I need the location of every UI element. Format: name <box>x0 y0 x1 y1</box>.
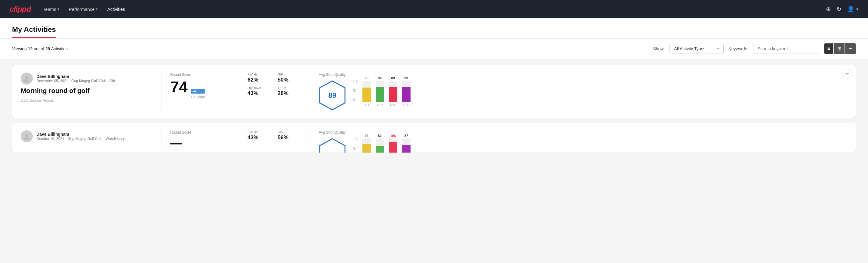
stat-gir: GIR 56% <box>278 130 302 141</box>
svg-point-1 <box>24 80 29 82</box>
user-row: Dave Billingham October 16, 2021 - Gog M… <box>21 130 153 142</box>
navbar: clippd Teams ▾ Performance ▾ Activities … <box>0 0 868 18</box>
avatar <box>21 72 33 85</box>
viewing-text: Viewing 12 out of 29 Activities <box>12 46 68 51</box>
y-axis-labels: 100 50 0 <box>353 80 358 107</box>
bar-group-ott: 94 OTT <box>360 134 373 153</box>
score-section: Round Score — <box>170 130 230 149</box>
card-left: Dave Billingham December 05, 2021 - Gog … <box>21 72 153 103</box>
bar-top-line-app <box>376 81 384 81</box>
hex-score-value: 89 <box>329 91 337 99</box>
bar-fill-ott <box>363 88 371 102</box>
hexagon: 89 <box>319 80 346 111</box>
user-name: Dave Billingham <box>36 132 125 137</box>
stat-fw-hit: FW Hit 62% <box>248 72 272 83</box>
page-title: My Activities <box>12 25 56 38</box>
filter-bar: Viewing 12 out of 29 Activities Show: Al… <box>0 38 868 59</box>
card-divider <box>310 130 310 145</box>
round-score-row: — <box>170 137 230 149</box>
nav-icons: ⊕ ↻ 👤 ▾ <box>826 5 858 12</box>
user-menu-button[interactable]: 👤 ▾ <box>847 5 858 12</box>
bar-fill-putt <box>402 87 410 102</box>
logo[interactable]: clippd <box>10 4 31 14</box>
show-label: Show: <box>653 46 665 51</box>
grid-view-button[interactable]: ⊞ <box>834 43 844 54</box>
stats-section: FW Hit 43% GIR 56% <box>248 130 302 141</box>
list-condensed-view-button[interactable]: ≡ <box>824 43 833 54</box>
stat-1putt: 1 Putt 28% <box>278 86 302 96</box>
big-score: — <box>170 137 182 149</box>
svg-point-0 <box>25 76 28 79</box>
bar-group-app: 90 APP <box>373 76 386 107</box>
user-date: October 16, 2021 - Gog Magog Golf Club -… <box>36 137 125 141</box>
page-header: My Activities <box>0 18 868 38</box>
nav-teams[interactable]: Teams ▾ <box>43 5 59 13</box>
round-score-label: Round Score <box>170 72 230 77</box>
nav-performance[interactable]: Performance ▾ <box>69 5 98 13</box>
score-detail: +4 18 Holes <box>191 89 205 99</box>
svg-point-4 <box>24 137 29 140</box>
refresh-icon[interactable]: ↻ <box>836 5 841 12</box>
bar-fill-app <box>376 87 384 102</box>
bar-group-putt: 89 PUTT <box>400 76 413 107</box>
bar-fill-arg <box>389 87 397 102</box>
hexagon: — <box>319 138 346 153</box>
score-badge: +4 <box>191 89 205 94</box>
card-divider <box>239 72 239 111</box>
avg-shot-quality-label: Avg Shot Quality <box>319 130 346 135</box>
bar-group-arg: 106 ARG <box>386 134 400 153</box>
user-row: Dave Billingham December 05, 2021 - Gog … <box>21 72 153 85</box>
data-source: Data Source: Arccos <box>21 98 153 103</box>
bar-group-putt: 87 PUTT <box>400 134 413 153</box>
activity-card: Dave Billingham October 16, 2021 - Gog M… <box>12 123 856 153</box>
bar-chart: 100 50 0 94 OTT 82 APP <box>353 134 413 153</box>
bar-group-app: 82 APP <box>373 134 386 153</box>
bar-group-arg: 89 ARG <box>386 76 400 107</box>
view-toggle: ≡ ⊞ ☰ <box>824 43 856 54</box>
card-divider <box>310 72 310 111</box>
bar-top-line-ott <box>363 81 371 81</box>
keyword-search-input[interactable] <box>753 43 819 54</box>
card-divider <box>161 130 162 145</box>
bar-top-line-arg <box>389 81 397 81</box>
big-score: 74 <box>170 79 188 95</box>
user-avatar-icon: 👤 <box>847 5 855 12</box>
stat-grid: FW Hit 62% GIR 50% Up/Down 43% 1 Putt 28… <box>248 72 302 96</box>
y-axis-labels: 100 50 0 <box>353 138 358 153</box>
card-divider <box>239 130 239 145</box>
quality-section: Avg Shot Quality 89 100 50 0 <box>319 72 847 111</box>
chevron-down-icon: ▾ <box>856 7 858 11</box>
nav-activities[interactable]: Activities <box>107 5 125 13</box>
list-expanded-view-button[interactable]: ☰ <box>845 43 856 54</box>
keywords-label: Keywords: <box>728 46 748 51</box>
content-area: ✏ Dave Billingham December 05, 2021 - Go… <box>0 59 868 159</box>
activity-card: ✏ Dave Billingham December 05, 2021 - Go… <box>12 65 856 118</box>
bar-top-line-putt <box>402 81 410 81</box>
activity-title: Morning round of golf <box>21 87 153 95</box>
quality-section: Avg Shot Quality — 100 50 0 94 <box>319 130 847 153</box>
user-info: Dave Billingham December 05, 2021 - Gog … <box>36 74 115 83</box>
user-name: Dave Billingham <box>36 74 115 79</box>
card-divider <box>161 72 162 111</box>
activity-type-select[interactable]: All Activity Types <box>670 43 724 54</box>
stat-grid: FW Hit 43% GIR 56% <box>248 130 302 141</box>
stat-fw-hit: FW Hit 43% <box>248 130 272 141</box>
bar-chart: 100 50 0 85 OTT 90 <box>353 76 413 107</box>
hex-score-value: — <box>329 149 336 153</box>
round-score-row: 74 +4 18 Holes <box>170 79 230 99</box>
quality-label-col: Avg Shot Quality 89 <box>319 72 346 111</box>
chevron-down-icon: ▾ <box>57 7 59 11</box>
stat-gir: GIR 50% <box>278 72 302 83</box>
avg-shot-quality-label: Avg Shot Quality <box>319 72 346 77</box>
avatar <box>21 130 33 142</box>
stat-updown: Up/Down 43% <box>248 86 272 96</box>
svg-point-3 <box>25 134 28 137</box>
card-left: Dave Billingham October 16, 2021 - Gog M… <box>21 130 153 145</box>
score-section: Round Score 74 +4 18 Holes <box>170 72 230 99</box>
quality-label-col: Avg Shot Quality — <box>319 130 346 153</box>
edit-button[interactable]: ✏ <box>842 69 852 79</box>
holes-text: 18 Holes <box>191 95 205 99</box>
user-date: December 05, 2021 - Gog Magog Golf Club … <box>36 79 115 83</box>
add-icon[interactable]: ⊕ <box>826 5 831 12</box>
stats-section: FW Hit 62% GIR 50% Up/Down 43% 1 Putt 28… <box>248 72 302 96</box>
